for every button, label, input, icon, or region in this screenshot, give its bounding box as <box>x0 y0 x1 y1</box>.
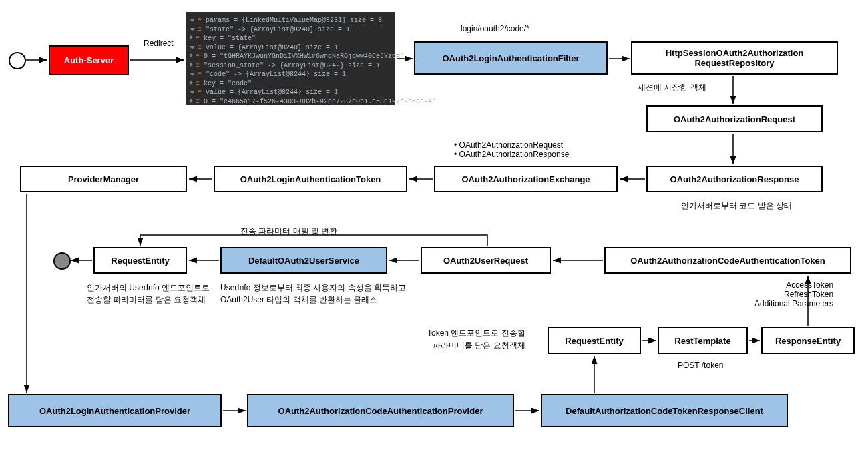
user-service-note-label: UserInfo 정보로부터 최종 사용자의 속성을 획득하고 OAuth2Us… <box>220 282 406 306</box>
end-circle <box>53 252 71 270</box>
debug-header: ≡ params = {LinkedMultiValueMap@8231} si… <box>190 16 391 25</box>
rest-template-box: RestTemplate <box>658 327 748 354</box>
debug-row: ≡ 0 = "tGHRAYKJwunYGnDiIVXHW1r6wnqNaROjg… <box>190 52 391 61</box>
auth-response-note-label: 인가서버로부터 코드 받은 상태 <box>681 200 792 212</box>
debug-row: ≡ 0 = "e4665a17-f526-4303-882b-92ce7287b… <box>190 97 391 107</box>
user-service-box: DefaultOAuth2UserService <box>220 247 387 274</box>
auth-exchange-box: OAuth2AuthorizationExchange <box>434 166 618 192</box>
post-token-label: POST /token <box>678 361 723 370</box>
login-token-box: OAuth2LoginAuthenticationToken <box>214 166 407 192</box>
debug-row: ≡ "code" -> {ArrayList@8244} size = 1 <box>190 70 391 79</box>
login-provider-box: OAuth2LoginAuthenticationProvider <box>8 394 222 427</box>
filter-path-label: login/oauth2/code/* <box>461 24 529 33</box>
request-entity-2-note-label: Token 엔드포인트로 전송할 파라미터를 담은 요청객체 <box>427 327 525 351</box>
redirect-label: Redirect <box>144 39 174 48</box>
debug-row: ≡ value = {ArrayList@8240} size = 1 <box>190 43 391 53</box>
oauth2-login-auth-filter-box: OAuth2LoginAuthenticationFilter <box>414 41 608 75</box>
code-provider-box: OAuth2AuthorizationCodeAuthenticationPro… <box>247 394 514 427</box>
request-entity-2-box: RequestEntity <box>548 327 641 354</box>
token-client-box: DefaultAuthorizationCodeTokenResponseCli… <box>541 394 788 427</box>
user-request-note-label: 전송 파라미터 매핑 및 변환 <box>240 226 337 237</box>
request-entity-1-note-label: 인가서버의 UserInfo 엔드포인트로 전송할 파라미터를 담은 요청객체 <box>87 282 210 306</box>
exchange-bullets: OAuth2AuthorizationRequest OAuth2Authori… <box>454 140 569 159</box>
auth-request-box: OAuth2AuthorizationRequest <box>646 105 823 132</box>
code-auth-token-box: OAuth2AuthorizationCodeAuthenticationTok… <box>604 247 851 274</box>
debug-params-panel: ≡ params = {LinkedMultiValueMap@8231} si… <box>186 12 395 105</box>
debug-row: ≡ key = "state" <box>190 34 391 43</box>
token-notes-label: AccessToken RefreshToken Additional Para… <box>754 280 833 308</box>
response-entity-box: ResponseEntity <box>761 327 855 354</box>
auth-response-box: OAuth2AuthorizationResponse <box>646 166 823 192</box>
provider-manager-box: ProviderManager <box>20 166 187 192</box>
user-request-box: OAuth2UserRequest <box>421 247 551 274</box>
session-repo-box: HttpSessionOAuth2Authorization RequestRe… <box>631 41 838 75</box>
debug-row: ≡ "state" -> {ArrayList@8240} size = 1 <box>190 25 391 35</box>
debug-row: ≡ value = {ArrayList@8244} size = 1 <box>190 88 391 97</box>
start-circle <box>9 52 26 69</box>
session-note-label: 세션에 저장한 객체 <box>638 82 706 93</box>
debug-row: ≡ key = "code" <box>190 79 391 89</box>
debug-row: ≡ "session_state" -> {ArrayList@8242} si… <box>190 61 391 71</box>
auth-server-box: Auth-Server <box>49 45 129 75</box>
request-entity-1-box: RequestEntity <box>93 247 187 274</box>
